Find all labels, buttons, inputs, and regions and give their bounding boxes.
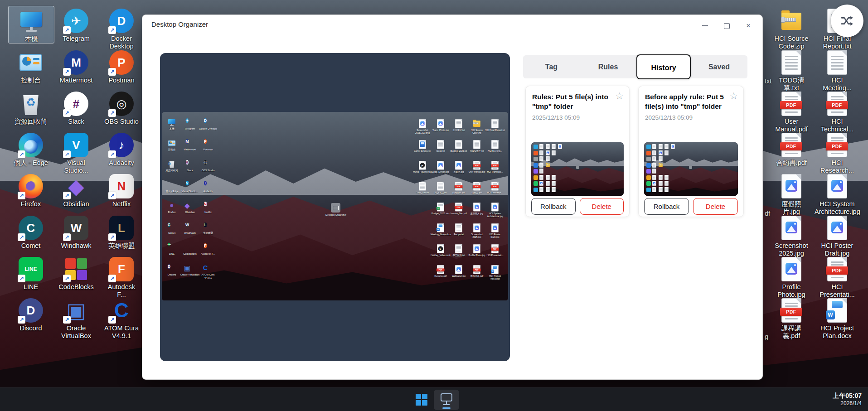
desktop-icon-hcipresentati-[interactable]: PDFHCIPresentati...: [815, 254, 860, 299]
icon-label: CodeBlocks: [53, 283, 99, 291]
desktop-icon-hcitechnical-[interactable]: PDFHCITechnical...: [815, 89, 860, 134]
shortcut-arrow-icon: ↗: [108, 316, 116, 324]
preview-file-label: 課程講義.pdf: [467, 275, 487, 277]
desktop-icon-autodeskf-[interactable]: F↗AutodeskF...: [99, 254, 144, 299]
icon-label: Mattermost: [53, 77, 99, 84]
shuffle-button[interactable]: [831, 5, 863, 37]
delete-button[interactable]: Delete: [693, 198, 738, 215]
preview-file-label: HCI Project Plan.docx: [485, 275, 505, 280]
preview-file-label: Wallpaper.jpg: [449, 275, 469, 277]
desktop-icon-hciresearch-[interactable]: PDFHCIResearch...: [815, 130, 860, 175]
monitor-icon: [441, 393, 452, 401]
desktop-icon-profilephoto-jpg[interactable]: ProfilePhoto.jpg: [769, 254, 814, 299]
preview-file-label: Screenshot 2025.jpg: [467, 233, 487, 238]
close-button[interactable]: ×: [745, 23, 752, 29]
desktop-preview-image: 本機✈TelegramDDocker Desktop控制台MMattermost…: [162, 112, 508, 300]
shortcut-arrow-icon: ↗: [63, 26, 71, 34]
desktop-icon-dockerdesktop[interactable]: D↗DockerDesktop: [99, 6, 144, 51]
shortcut-arrow-icon: ↗: [108, 109, 116, 117]
desktop-icon-個人-edge[interactable]: ↗個人 - Edge: [8, 130, 53, 167]
desktop-icon-discord[interactable]: D↗Discord: [8, 295, 53, 332]
desktop-icon-hcimeeting-[interactable]: HCIMeeting...: [815, 48, 860, 92]
preview-file-label: Ideas.txt: [431, 150, 451, 152]
tab-saved[interactable]: Saved: [691, 55, 747, 78]
desktop-icon-課程講義-pdf[interactable]: PDF課程講義.pdf: [769, 295, 814, 340]
favorite-star-icon[interactable]: ☆: [615, 91, 624, 102]
preview-desktop-organizer-label: Desktop Organizer: [324, 213, 348, 217]
desktop-icon-mattermost[interactable]: M↗Mattermost: [53, 48, 99, 84]
icon-label: Audacity: [99, 159, 144, 167]
shortcut-arrow-icon: ↗: [18, 192, 25, 199]
minimize-button[interactable]: [702, 23, 708, 29]
tab-rules[interactable]: Rules: [580, 55, 636, 78]
preview-file-label: Invoice_Dec.pdf: [449, 212, 469, 215]
desktop-icon-本機[interactable]: 本機: [8, 6, 54, 44]
desktop-icon-screenshot2025-jpg[interactable]: Screenshot2025.jpg: [769, 213, 814, 258]
preview-app-label: 英雄聯盟: [198, 232, 218, 235]
icon-label: Slack: [53, 118, 99, 126]
taskbar: 上午05:07 2026/1/4: [0, 387, 868, 411]
shuffle-icon: [840, 14, 854, 28]
desktop-icon-控制台[interactable]: 控制台: [8, 48, 53, 84]
preview-app-label: Postman: [198, 148, 218, 151]
tab-history[interactable]: History: [636, 54, 691, 79]
shortcut-arrow-icon: ↗: [108, 26, 116, 34]
preview-file-label: 度假照片.jpg: [467, 212, 487, 215]
shortcut-arrow-icon: ↗: [63, 68, 71, 76]
desktop-icon-hci-projectplan-docx[interactable]: WHCI ProjectPlan.docx: [815, 295, 860, 340]
tab-tag[interactable]: Tag: [523, 55, 580, 78]
preview-file-label: Budget_2025.txt: [449, 150, 469, 152]
desktop-icon-windhawk[interactable]: W↗Windhawk: [53, 213, 99, 250]
preview-file-label: Resume.pdf: [431, 275, 451, 277]
desktop-icon-usermanual-pdf[interactable]: PDFUserManual.pdf: [769, 89, 814, 134]
desktop-icon-comet[interactable]: C↗Comet: [8, 213, 53, 250]
desktop-icon-visualstudio-[interactable]: V↗VisualStudio...: [53, 130, 99, 175]
desktop-icon-hci-sourcecode-zip[interactable]: HCI SourceCode.zip: [769, 6, 814, 51]
preview-app-label: Docker Desktop: [198, 127, 218, 131]
shortcut-arrow-icon: ↗: [63, 275, 71, 282]
preview-file-label: Meeting_Notes.docx: [431, 233, 451, 236]
desktop-icon-telegram[interactable]: ✈↗Telegram: [53, 6, 99, 43]
rollback-button[interactable]: Rollback: [644, 198, 689, 215]
desktop-icon-atom-curav4-9-1[interactable]: C↗ATOM CuraV4.9.1: [99, 295, 144, 340]
preview-file-label: Screenshot 20251209.png: [412, 129, 432, 134]
desktop-icon-obsidian[interactable]: ◆↗Obsidian: [53, 171, 99, 208]
desktop-icon-netflix[interactable]: N↗Netflix: [99, 171, 144, 208]
desktop-icon-hci-posterdraft-jpg[interactable]: HCI PosterDraft.jpg: [815, 213, 860, 258]
truncated-label-fragment: g: [765, 333, 768, 340]
favorite-star-icon[interactable]: ☆: [729, 91, 738, 102]
shortcut-arrow-icon: ↗: [108, 275, 116, 282]
start-button[interactable]: [416, 394, 427, 406]
maximize-button[interactable]: [723, 23, 730, 29]
preview-app-label: Audacity: [198, 190, 218, 193]
desktop-icon-firefox[interactable]: ↗Firefox: [8, 171, 53, 208]
shortcut-arrow-icon: ↗: [63, 316, 71, 324]
preview-file-label: 合約書.pdf: [467, 191, 487, 194]
desktop-icon-obs-studio[interactable]: ◎↗OBS Studio: [99, 89, 144, 126]
preview-file-label: 工作筆記.txt: [449, 129, 469, 131]
icon-label: Windhawk: [53, 242, 99, 250]
desktop-icon-slack[interactable]: #↗Slack: [53, 89, 99, 126]
desktop-icon-資源回收筒[interactable]: ♻資源回收筒: [8, 89, 53, 126]
desktop-icon-oraclevirtualbox[interactable]: ▣↗OracleVirtualBox: [53, 295, 99, 340]
desktop-icon-codeblocks[interactable]: ↗CodeBlocks: [53, 254, 99, 291]
taskbar-clock[interactable]: 上午05:07 2026/1/4: [833, 392, 862, 407]
shortcut-arrow-icon: ↗: [108, 233, 116, 241]
desktop-icon-hci-systemarchitecture-jpg[interactable]: HCI SystemArchitecture.jpg: [815, 171, 860, 216]
icon-label: 資源回收筒: [8, 118, 53, 126]
history-card-title: Rules: Put 5 file(s) into "tmp" folder: [526, 86, 629, 111]
taskbar-app-desktop-organizer[interactable]: [434, 390, 459, 410]
desktop-icon-度假照片-jpg[interactable]: 度假照片.jpg: [769, 171, 814, 216]
delete-button[interactable]: Delete: [580, 198, 624, 215]
desktop-icon-postman[interactable]: P↗Postman: [99, 48, 144, 84]
shortcut-arrow-icon: ↗: [63, 233, 71, 241]
desktop-icon-合約書-pdf[interactable]: PDF合約書.pdf: [769, 130, 814, 167]
desktop-organizer-window: Desktop Organizer × 本機✈TelegramDDocker D…: [142, 15, 763, 380]
desktop-icon-todo清單-txt[interactable]: TODO清單.txt: [769, 48, 814, 92]
rollback-button[interactable]: Rollback: [531, 198, 576, 215]
history-thumbnail: [531, 142, 624, 196]
desktop-icon-line[interactable]: LINE↗LINE: [8, 254, 53, 291]
desktop-icon-audacity[interactable]: ♪↗Audacity: [99, 130, 144, 167]
preview-file-label: Logo_Design.jpg: [431, 170, 451, 173]
desktop-icon-英雄聯盟[interactable]: L↗英雄聯盟: [99, 213, 144, 250]
